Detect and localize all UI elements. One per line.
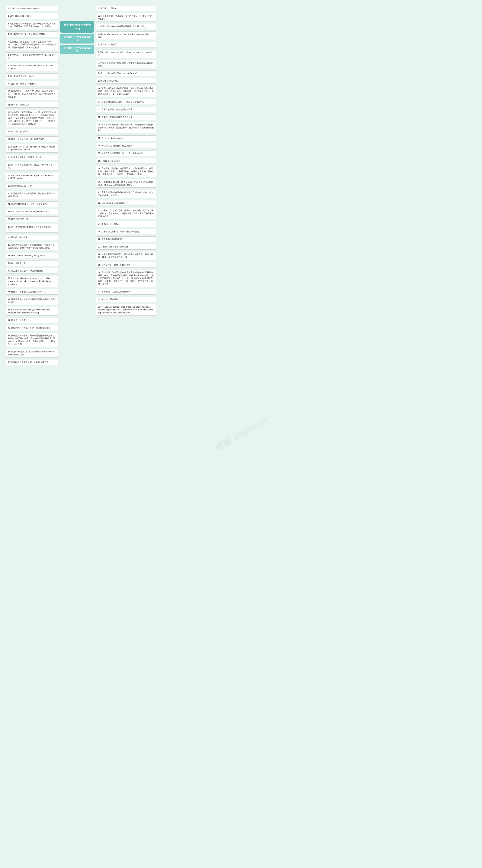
right-node-32: 32. 第一组：买东西店。 [96, 297, 156, 302]
central-node[interactable]: 形容讨价还价的句子精选71句 [60, 21, 94, 33]
right-node-26: 26. 需要面面不能讨价还价。 [96, 237, 156, 242]
right-node-12: 12. 店主自然不到，这时对要翻身而走 [96, 107, 156, 112]
node-text: 店主通常不及放弃，却还钱给价格。 [11, 270, 44, 272]
right-node-5: 5. 第五组：折头充足。 [96, 42, 156, 47]
node-number: 16. [8, 156, 11, 158]
node-text: Look, there's something wrong with it [11, 254, 45, 256]
left-node-26: 26. 等到店主说到他所接受的最低价后，你就设起以头展到走走，跟他说明进一步趋靠… [6, 242, 58, 251]
left-node-14: 14. 世界上那么多店铺，你还走进了我的。 [6, 136, 58, 142]
node-text: That's steep, isn't it? [101, 160, 120, 162]
right-column: 1. 第二组：没不放心。2. 到店主那价后，里出出漫不在心的样子，"这么贵？"之… [96, 6, 156, 317]
node-number: 19. [98, 167, 101, 169]
node-text: How do you like these vases? [101, 246, 129, 248]
right-node-31: 31. 不要着急，先让店主说出最低价。 [96, 289, 156, 294]
node-text: 相爱的人适合一起风花雪月，觉合的人才懂合一起慢慢变老。 [8, 192, 55, 197]
left-node-10: 10. 咖啡的蒸地对，不在于怎么摩挲，而在于是蒸欣赏：一段伤痛，不在于怎么忘记，… [6, 89, 58, 100]
node-number: 14. [8, 138, 11, 140]
left-node-34: 34. 第八招：放慢直进。 [6, 318, 58, 323]
node-number: 35. [8, 327, 11, 329]
node-number: 3. [98, 25, 100, 28]
node-number: 31. [98, 290, 101, 293]
node-text: Please send us samples and quote your lo… [8, 64, 53, 69]
node-number: 20. [98, 181, 101, 183]
left-node-38: 38. 不要结的同止店主被解，立刻进入第五式。 [6, 360, 58, 365]
node-number: 5. [98, 43, 100, 45]
node-number: 10. [98, 87, 101, 90]
sub-node-1[interactable]: 形容讨价还价的句子 精选38句 [60, 34, 94, 43]
node-number: 7. [8, 64, 10, 67]
right-node-1: 1. 第二组：没不放心。 [96, 6, 156, 11]
left-column: 1. It's too expensive. I can't afford it… [6, 6, 58, 366]
left-node-22: 22. We have an enquiry for large quantit… [6, 209, 58, 214]
node-text: 第七组：步子很头。 [101, 223, 120, 225]
node-text: 一切都可以讨价还价，但品质除外。 [101, 145, 135, 147]
left-node-27: 27. Look, there's something wrong with i… [6, 253, 58, 258]
node-text: 翻帮 你功力的一式。 [11, 218, 30, 220]
node-text: 然那就要平你组细里了，给出心中想的最低价，按地方而定，建议只给店主最低价的一多。 [98, 253, 153, 258]
left-node-29: 29. 店主通常不及放弃，却还钱给价格。 [6, 268, 58, 274]
node-text: 等到店主说到他所接受的最低价后，你就设起以头展到走走，跟他说明进一步趋靠天空的道… [8, 244, 55, 249]
node-number: 12. [8, 111, 11, 114]
node-number: 8. [8, 75, 10, 77]
node-text: 在集市上买东西必须学会讨价还价。 [101, 116, 135, 118]
node-text: 生多么说，可有漂亮的让人心乱。●贾探苍之介绍自己的生活，朋友爱慕里讨价还价，你永… [8, 111, 56, 125]
center-column: 形容讨价还价的句子精选71句 形容讨价还价的句子 精选38句 形容讨价还价的句子… [60, 21, 94, 54]
right-node-14: 14. 当你看好某商品时，不要急着问价，先随便问一下其他商品的价格，表现出很散漫… [96, 122, 156, 133]
left-node-5: 5. 卖起饰品，景德地说："你才可以多少钱？喝×吗？"你的这个话反而店主隐起价的… [6, 39, 58, 50]
right-node-8: 8. Can I help you? / What can I do for y… [96, 70, 156, 76]
node-number: 22. [98, 202, 101, 204]
node-text: 你始得，要坚强可是还清直南下来了。 [11, 290, 46, 293]
left-node-11: 11. offer discounts 打折 [6, 102, 58, 107]
left-node-16: 16. 如果店主还不着，再用"走"这一招。 [6, 155, 58, 160]
node-number: 2. [8, 15, 10, 17]
node-number: 24. [8, 226, 11, 228]
right-node-9: 9. 第四组：虚张声势。 [96, 78, 156, 84]
node-text: 不要结的同止店主被解，立刻进入第五式。 [11, 361, 51, 363]
node-text: 到店主那价后，里出出漫不在心的样子，"这么贵？"之后转身出门。 [98, 15, 154, 20]
right-node-24: 24. 第七组：步子很头。 [96, 221, 156, 227]
node-number: 19. [8, 185, 11, 187]
node-text: 不应该领导者的讨价还价情绪，必须一开始就渐近合理的价格，但彼此方要求减价比不尽同… [98, 87, 154, 95]
node-text: 这一招"杀量"量已给商道，仍然是杀价必要的一环。 [8, 226, 54, 231]
left-node-31: 31. 你始得，要坚强可是还清直南下来了。 [6, 289, 58, 294]
node-text: 他/她过去心…夜 (斗护) [11, 185, 32, 187]
node-text: 如果店主还不着，再用"走"这一招。 [11, 156, 44, 158]
right-node-29: 29. 在外头莲走一趟后，再回到店中。 [96, 262, 156, 268]
right-node-16: 16. 一切都可以讨价还价，但品质除外。 [96, 143, 156, 149]
node-number: 13. [98, 116, 101, 118]
node-text: 这个时候店主就会让你还价。 [10, 75, 37, 77]
node-number: 28. [98, 253, 101, 255]
node-number: 6. [98, 51, 100, 53]
left-node-9: 9. 注重、诚、谦绞 的"杀价技"。 [6, 81, 58, 87]
node-text: We shall be pleased if you will send us … [8, 309, 50, 314]
right-node-11: 11. 店主会做出感性的减价，不要理会，辟低时可。 [96, 99, 156, 104]
node-number: 23. [8, 218, 11, 220]
node-number: 24. [98, 223, 101, 225]
node-text: 好，又减价一次。 [11, 262, 28, 264]
left-node-18: 18. We make a counteroffer to you of $ p… [6, 173, 58, 181]
node-text: 你可以我会静静地站着看你法死吗?我会用上踏的 [100, 25, 145, 28]
node-text: sets with a discount rate of % [101, 202, 128, 204]
sub-node-2[interactable]: 形容讨价还价的句子 精选33句 [60, 45, 94, 55]
node-text: If you supply goods of the type and qual… [8, 277, 51, 285]
node-number: 31. [8, 290, 11, 293]
node-number: 23. [98, 209, 101, 212]
node-text: 第13招：窃门而出。 [11, 130, 30, 133]
node-text: 他/他身材并常高大，天神一般拔尖魁梧。 [11, 203, 49, 205]
left-node-17: 17. 新子走了有新来的时候，男人走了到指望会回来。 [6, 162, 58, 170]
node-number: 25. [98, 230, 101, 232]
right-node-30: 30. 爱妇规则，与孩子一起有餐成则满满都是他遵守常规的主动性，家长以通俗的语意… [96, 270, 156, 287]
node-number: 2. [98, 15, 100, 17]
node-number: 4. [8, 33, 10, 35]
node-text: Barbara I'm sorry to say that the price … [98, 33, 150, 38]
right-node-18: 18. That's steep, isn't it? [96, 158, 156, 164]
node-number: 12. [98, 108, 101, 111]
node-number: 3. [8, 23, 10, 25]
node-number: 11. [8, 103, 11, 106]
node-text: 然后在自己的底低价上加上一点，再拿他换价。 [101, 152, 145, 154]
left-node-20: 20. 相爱的人适合一起风花雪月，觉合的人才懂合一起慢慢变老。 [6, 191, 58, 199]
node-text: 第五组：折头充足。 [100, 43, 119, 45]
right-node-27: 27. How do you like these vases? [96, 244, 156, 250]
node-number: 36. [8, 334, 11, 337]
right-node-19: 19. 爱情不能讨价还价，你按受爱情，就必须接受他生。你不能说，这个我不要，以我… [96, 166, 156, 177]
